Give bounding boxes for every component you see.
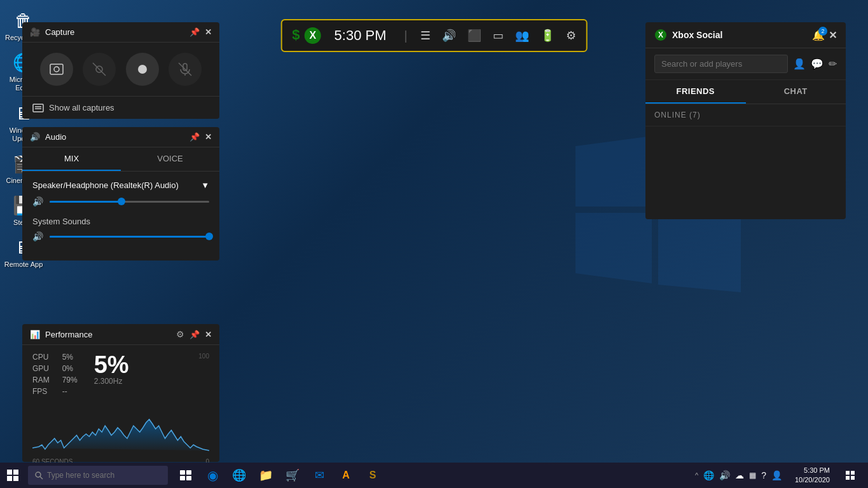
tray-people-icon[interactable]: 👤 <box>771 470 782 480</box>
mic-button[interactable] <box>169 53 202 86</box>
svg-point-19 <box>36 472 41 477</box>
taskbar-app-s-icon[interactable]: S <box>360 463 385 488</box>
svg-point-6 <box>138 65 147 74</box>
capture-close-button[interactable]: ✕ <box>205 27 212 37</box>
audio-content: Speaker/Headphone (Realtek(R) Audio) ▼ 🔊… <box>22 172 219 261</box>
action-center-button[interactable] <box>837 463 863 488</box>
taskbar-amazon-icon[interactable]: A <box>333 463 359 488</box>
audio-controls: 📌 ✕ <box>189 132 212 142</box>
message-icon[interactable]: 💬 <box>811 58 823 70</box>
show-captures-icon <box>32 104 44 112</box>
taskbar-search-box[interactable] <box>28 466 168 485</box>
audio-icon: 🔊 <box>30 132 40 142</box>
perf-close-button[interactable]: ✕ <box>205 330 212 339</box>
tray-appicon1[interactable]: ▦ <box>749 471 756 480</box>
audio-device-volume-row: 🔊 <box>32 196 209 207</box>
online-section-header: ONLINE (7) <box>645 104 846 126</box>
search-players-input[interactable] <box>654 55 788 73</box>
social-header-controls: 🔔 2 ✕ <box>812 29 837 41</box>
svg-rect-17 <box>7 476 12 481</box>
social-widget-header: X Xbox Social 🔔 2 ✕ <box>645 22 846 48</box>
edit-icon[interactable]: ✏ <box>829 58 837 70</box>
xbox-bar-time: 5:30 PM <box>334 27 392 44</box>
performance-chart: 60 SECONDS 0 <box>32 403 209 454</box>
svg-rect-15 <box>7 470 12 475</box>
cpu-value: 5% <box>62 353 78 362</box>
audio-close-button[interactable]: ✕ <box>205 132 212 142</box>
social-tab-friends[interactable]: FRIENDS <box>645 80 746 104</box>
audio-device-dropdown[interactable]: ▼ <box>201 180 209 190</box>
tray-network-icon[interactable]: 🌐 <box>703 470 714 480</box>
audio-system-slider[interactable] <box>50 236 209 238</box>
audio-tab-voice[interactable]: VOICE <box>121 147 219 171</box>
ram-value: 79% <box>62 376 78 384</box>
taskbar-cortana-icon[interactable]: ◉ <box>200 463 225 488</box>
start-icon <box>7 470 18 481</box>
screenshot-button[interactable] <box>40 53 73 86</box>
svg-rect-22 <box>186 470 191 475</box>
record-button[interactable] <box>126 53 159 86</box>
taskbar-tray: ^ 🌐 🔊 ☁ ▦ ? 👤 5:30 PM 10/20/2020 <box>690 463 868 488</box>
capture-buttons-row <box>22 43 219 96</box>
capture-title: Capture <box>45 27 74 37</box>
svg-rect-2 <box>50 64 63 74</box>
task-view-button[interactable] <box>173 463 198 488</box>
show-captures-button[interactable]: Show all captures <box>22 96 219 119</box>
taskbar-date: 10/20/2020 <box>795 475 830 485</box>
fps-value: -- <box>62 387 78 396</box>
taskbar-explorer-icon[interactable]: 📁 <box>253 463 279 488</box>
bar-record-icon[interactable]: ▭ <box>493 29 504 43</box>
bar-settings-icon[interactable]: ⚙ <box>566 29 576 43</box>
audio-pin-button[interactable]: 📌 <box>189 132 200 142</box>
svg-rect-27 <box>846 476 850 480</box>
social-tab-chat[interactable]: CHAT <box>746 80 846 104</box>
capture-pin-button[interactable]: 📌 <box>189 27 200 37</box>
audio-system-volume-icon: 🔊 <box>32 231 43 241</box>
audio-title-group: 🔊 Audio <box>30 132 66 142</box>
bar-screenshot-icon[interactable]: ⬛ <box>467 29 481 43</box>
svg-rect-18 <box>13 476 18 481</box>
taskbar-tray-icons: ^ 🌐 🔊 ☁ ▦ ? 👤 <box>690 470 787 480</box>
action-center-icon <box>846 471 855 480</box>
taskbar-time: 5:30 PM <box>795 466 830 475</box>
tray-volume-icon[interactable]: 🔊 <box>719 470 730 480</box>
taskbar-store-icon[interactable]: 🛒 <box>280 463 305 488</box>
taskbar-search-input[interactable] <box>47 471 155 480</box>
capture-title-group: 🎥 Capture <box>30 27 74 37</box>
audio-device-slider[interactable] <box>50 201 209 203</box>
record-off-button[interactable] <box>83 53 116 86</box>
perf-filter-icon[interactable]: ⚙ <box>176 329 184 339</box>
audio-device-row: Speaker/Headphone (Realtek(R) Audio) ▼ <box>32 180 209 190</box>
bar-battery-icon[interactable]: 🔋 <box>541 29 555 43</box>
social-close-button[interactable]: ✕ <box>829 29 837 41</box>
perf-stats-row: CPU GPU RAM FPS 5% 0% 79% -- <box>32 353 78 396</box>
audio-tab-mix[interactable]: MIX <box>22 147 121 171</box>
bar-friends-icon[interactable]: 👥 <box>515 29 529 43</box>
tray-help-icon[interactable]: ? <box>761 470 766 480</box>
notification-button[interactable]: 🔔 2 <box>812 29 825 41</box>
performance-widget: 📊 Performance ⚙ 📌 ✕ CPU GPU RAM FPS <box>22 324 219 462</box>
taskbar-mail-icon[interactable]: ✉ <box>307 463 332 488</box>
perf-controls: ⚙ 📌 ✕ <box>176 329 212 339</box>
audio-device-volume-icon: 🔊 <box>32 196 43 207</box>
svg-line-4 <box>93 63 106 76</box>
taskbar-edge-icon[interactable]: 🌐 <box>226 463 252 488</box>
perf-pin-button[interactable]: 📌 <box>189 330 200 339</box>
taskbar-clock[interactable]: 5:30 PM 10/20/2020 <box>790 466 835 485</box>
add-friend-icon[interactable]: 👤 <box>793 58 806 70</box>
start-button[interactable] <box>0 463 25 488</box>
bar-volume-icon[interactable]: 🔊 <box>442 29 456 43</box>
social-title: Xbox Social <box>672 30 722 40</box>
social-title-group: X Xbox Social <box>654 29 722 41</box>
cpu-big-percent: 5% <box>94 353 129 377</box>
xbox-bar-controls: ☰ 🔊 ⬛ ▭ 👥 🔋 ⚙ <box>420 29 576 43</box>
social-search-action-icons: 👤 💬 ✏ <box>793 58 837 70</box>
tray-chevron-icon[interactable]: ^ <box>695 471 698 479</box>
bar-menu-icon[interactable]: ☰ <box>420 29 431 43</box>
task-view-icon <box>180 470 191 480</box>
svg-text:X: X <box>658 30 663 39</box>
tray-cloud-icon[interactable]: ☁ <box>735 470 744 480</box>
xbox-social-icon: X <box>654 29 667 41</box>
bar-separator: | <box>404 29 408 43</box>
cpu-label: CPU <box>32 353 50 362</box>
